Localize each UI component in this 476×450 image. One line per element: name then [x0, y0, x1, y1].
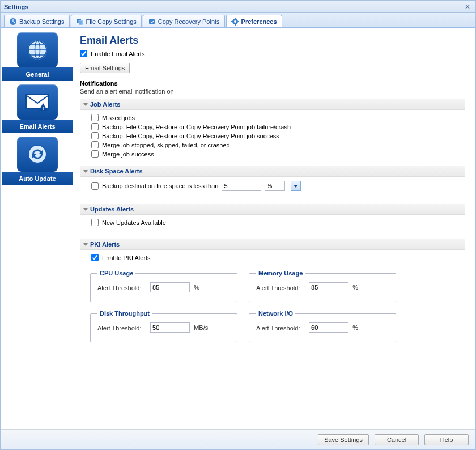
chevron-down-icon [294, 185, 298, 188]
fieldset-legend: Network I/O [256, 310, 295, 317]
tab-backup-settings[interactable]: Backup Settings [4, 15, 70, 27]
page-title: Email Alerts [80, 35, 465, 46]
checkbox-label: New Updates Available [102, 219, 166, 226]
memory-threshold-input[interactable] [309, 282, 348, 292]
group-title: PKI Alerts [90, 241, 120, 248]
chevron-down-icon [83, 243, 88, 246]
clock-icon [9, 18, 17, 26]
unit-label: % [352, 284, 358, 291]
threshold-label: Alert Threshold: [256, 285, 307, 292]
tab-copy-recovery-points[interactable]: Copy Recovery Points [143, 15, 225, 27]
footer: Save Settings Cancel Help [1, 429, 475, 449]
checkbox-label: Missed jobs [102, 114, 135, 121]
missed-jobs-checkbox[interactable] [91, 114, 99, 121]
group-disk-space-alerts[interactable]: Disk Space Alerts [80, 166, 465, 177]
memory-usage-fieldset: Memory Usage Alert Threshold: % [249, 270, 396, 302]
titlebar: Settings ✕ [1, 1, 475, 13]
fieldset-legend: Memory Usage [256, 270, 305, 277]
close-icon[interactable]: ✕ [463, 2, 472, 11]
group-pki-alerts[interactable]: PKI Alerts [80, 239, 465, 250]
disk-space-unit-select[interactable] [265, 181, 285, 191]
checkbox-label: Enable PKI Alerts [102, 254, 151, 261]
content-scroll[interactable]: Email Alerts Enable Email Alerts Email S… [74, 28, 475, 429]
chevron-down-icon [83, 208, 88, 211]
svg-text:!: ! [42, 105, 44, 111]
tabstrip: Backup Settings File Copy Settings Copy … [1, 13, 475, 28]
fieldset-legend: Disk Throughput [97, 310, 152, 317]
recovery-icon [148, 18, 156, 26]
svg-rect-11 [26, 94, 49, 109]
network-threshold-input[interactable] [309, 322, 348, 333]
sidebar: General ! Email Alerts Auto Update [1, 28, 74, 429]
tab-label: Backup Settings [19, 18, 65, 25]
pki-thresholds-grid: CPU Usage Alert Threshold: % Memory Usag… [80, 265, 465, 351]
sidebar-item-email-alerts[interactable]: ! Email Alerts [4, 84, 71, 137]
fieldset-legend: CPU Usage [97, 270, 135, 277]
group-title: Job Alerts [90, 101, 120, 108]
unit-label: % [194, 284, 199, 291]
disk-space-unit-dropdown-button[interactable] [291, 181, 301, 191]
threshold-label: Alert Threshold: [97, 325, 148, 332]
update-icon [17, 137, 58, 172]
cpu-threshold-input[interactable] [150, 282, 190, 292]
chevron-down-icon [83, 103, 88, 106]
job-failure-checkbox[interactable] [91, 123, 99, 130]
threshold-label: Alert Threshold: [256, 325, 307, 332]
cancel-button[interactable]: Cancel [375, 434, 419, 445]
group-title: Disk Space Alerts [90, 168, 143, 175]
job-success-checkbox[interactable] [91, 132, 99, 139]
body-area: General ! Email Alerts Auto Update Email… [1, 28, 475, 429]
sidebar-item-general[interactable]: General [4, 32, 71, 84]
chevron-down-icon [83, 170, 88, 173]
window-title: Settings [4, 3, 463, 10]
tab-label: Preferences [241, 18, 277, 25]
threshold-label: Alert Threshold: [97, 285, 148, 292]
sidebar-label: General [2, 67, 73, 81]
save-settings-button[interactable]: Save Settings [318, 434, 369, 445]
checkbox-label: Backup, File Copy, Restore or Copy Recov… [102, 124, 291, 130]
updates-list: New Updates Available [80, 215, 465, 230]
notifications-subtext: Send an alert email notification on [80, 88, 465, 95]
globe-icon [17, 32, 58, 67]
tab-label: Copy Recovery Points [158, 18, 220, 25]
settings-window: Settings ✕ Backup Settings File Copy Set… [0, 0, 476, 450]
job-alerts-list: Missed jobs Backup, File Copy, Restore o… [80, 110, 465, 162]
tab-file-copy-settings[interactable]: File Copy Settings [71, 15, 142, 27]
sidebar-item-auto-update[interactable]: Auto Update [4, 137, 71, 189]
checkbox-label: Backup, File Copy, Restore or Copy Recov… [102, 133, 279, 139]
copy-icon [76, 18, 84, 26]
svg-rect-2 [79, 20, 83, 25]
disk-threshold-input[interactable] [150, 322, 190, 333]
enable-email-alerts-label: Enable Email Alerts [91, 50, 144, 57]
new-updates-checkbox[interactable] [91, 219, 99, 226]
tab-label: File Copy Settings [86, 18, 137, 25]
enable-pki-alerts-checkbox[interactable] [91, 254, 99, 261]
disk-throughput-fieldset: Disk Throughput Alert Threshold: MB/s [90, 310, 237, 342]
tab-preferences[interactable]: Preferences [226, 15, 282, 27]
sidebar-label: Email Alerts [2, 120, 73, 133]
sidebar-label: Auto Update [2, 172, 73, 185]
network-io-fieldset: Network I/O Alert Threshold: % [249, 310, 396, 342]
merge-job-fail-checkbox[interactable] [91, 141, 99, 148]
svg-point-5 [234, 20, 236, 23]
unit-label: MB/s [194, 324, 208, 331]
cpu-usage-fieldset: CPU Usage Alert Threshold: % [90, 270, 237, 302]
checkbox-label: Merge job success [102, 151, 154, 158]
email-settings-button[interactable]: Email Settings [80, 63, 130, 73]
disk-space-value-input[interactable] [222, 181, 261, 191]
disk-space-checkbox[interactable] [91, 182, 99, 190]
merge-job-success-checkbox[interactable] [91, 150, 99, 158]
pki-enable-row: Enable PKI Alerts [80, 250, 465, 265]
group-job-alerts[interactable]: Job Alerts [80, 99, 465, 110]
content-panel: Email Alerts Enable Email Alerts Email S… [74, 28, 475, 429]
notifications-heading: Notifications [80, 80, 465, 87]
disk-space-list: Backup destination free space is less th… [80, 177, 465, 195]
help-button[interactable]: Help [424, 434, 469, 445]
enable-email-alerts-checkbox[interactable] [80, 50, 87, 57]
unit-label: % [352, 324, 358, 331]
gear-icon [231, 18, 239, 26]
mail-alert-icon: ! [17, 84, 58, 120]
svg-point-14 [28, 145, 46, 163]
checkbox-label: Merge job stopped, skipped, failed, or c… [102, 142, 230, 148]
group-updates-alerts[interactable]: Updates Alerts [80, 204, 465, 215]
